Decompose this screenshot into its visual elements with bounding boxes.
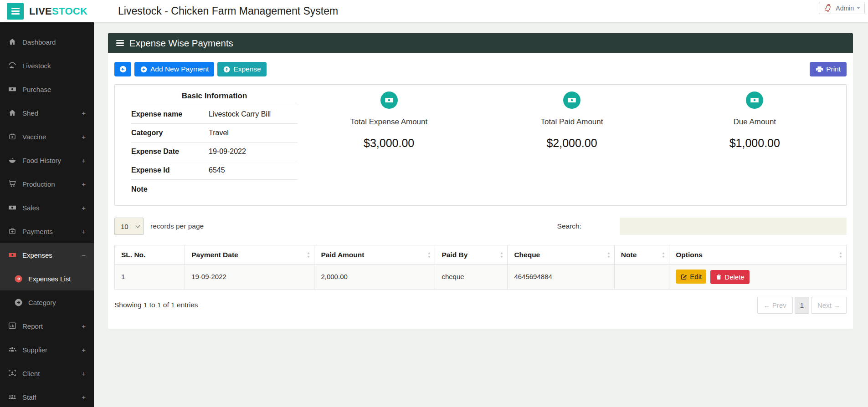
records-per-page-label: records per page bbox=[150, 222, 204, 230]
sidebar-item-livestock[interactable]: Livestock bbox=[0, 54, 94, 77]
panel-menu-icon bbox=[116, 40, 124, 46]
sidebar-item-supplier[interactable]: Supplier + bbox=[0, 338, 94, 361]
cell-note bbox=[614, 265, 669, 290]
column-header-options[interactable]: Options bbox=[669, 245, 847, 265]
column-header-paid-amount[interactable]: Paid Amount bbox=[314, 245, 435, 265]
edit-pencil-icon bbox=[680, 273, 688, 280]
total-paid-card: Total Paid Amount $2,000.00 bbox=[480, 92, 663, 205]
arrow-left-circle-icon bbox=[119, 65, 127, 73]
prev-page-button[interactable]: ← Prev bbox=[757, 297, 793, 314]
sidebar-item-client[interactable]: Client + bbox=[0, 361, 94, 385]
plus-circle-icon bbox=[140, 66, 148, 73]
column-header-paid-by[interactable]: Paid By bbox=[435, 245, 508, 265]
edit-button[interactable]: Edit bbox=[676, 270, 706, 284]
page-1-button[interactable]: 1 bbox=[795, 297, 809, 314]
print-button[interactable]: Print bbox=[810, 62, 847, 76]
total-expense-amount: $3,000.00 bbox=[298, 137, 480, 150]
column-header-payment-date[interactable]: Payment Date bbox=[185, 245, 314, 265]
next-page-button[interactable]: Next → bbox=[811, 297, 847, 314]
due-amount: $1,000.00 bbox=[663, 137, 846, 150]
brand-logo: LIVESTOCK bbox=[29, 5, 87, 17]
sort-icon bbox=[607, 251, 611, 258]
payments-table: SL. No. Payment Date Paid Amount Paid By… bbox=[114, 245, 847, 290]
sidebar-item-category[interactable]: Category bbox=[0, 290, 94, 314]
info-row-note: Note bbox=[131, 180, 298, 198]
menu-toggle-button[interactable] bbox=[7, 3, 24, 20]
arrow-up-circle-icon bbox=[223, 66, 231, 73]
column-header-sl-no[interactable]: SL. No. bbox=[115, 245, 185, 265]
medkit-icon bbox=[8, 132, 16, 141]
table-row: 1 19-09-2022 2,000.00 cheque 4645694884 … bbox=[115, 265, 847, 290]
app-title: Livestock - Chicken Farm Management Syst… bbox=[118, 5, 338, 17]
sidebar-item-production[interactable]: Production + bbox=[0, 172, 94, 196]
expense-button[interactable]: Expense bbox=[217, 62, 266, 76]
arrow-circle-icon bbox=[14, 298, 23, 307]
food-bowl-icon bbox=[8, 156, 16, 164]
sidebar-item-food-history[interactable]: Food History + bbox=[0, 148, 94, 172]
sidebar-item-staff[interactable]: Staff + bbox=[0, 385, 94, 407]
trash-icon bbox=[715, 274, 722, 280]
hens-icon bbox=[8, 61, 16, 70]
client-users-icon bbox=[8, 369, 16, 377]
summary-cards: Total Expense Amount $3,000.00 Total Pai… bbox=[298, 85, 846, 205]
table-controls: 10 records per page Search: bbox=[114, 218, 847, 235]
sort-icon bbox=[500, 251, 503, 258]
sidebar-item-sales[interactable]: Sales + bbox=[0, 196, 94, 219]
sidebar-item-purchase[interactable]: Purchase bbox=[0, 77, 94, 101]
sidebar-item-report[interactable]: Report + bbox=[0, 314, 94, 338]
caret-down-icon bbox=[857, 7, 860, 9]
basic-information-title: Basic Information bbox=[131, 88, 298, 105]
sidebar-item-payments[interactable]: Payments + bbox=[0, 219, 94, 243]
money-icon bbox=[563, 92, 580, 109]
add-new-payment-button[interactable]: Add New Payment bbox=[134, 62, 214, 76]
logo-zone: LIVESTOCK bbox=[0, 3, 94, 20]
info-row-expense-name: Expense name Livestock Carry Bill bbox=[131, 105, 298, 124]
table-footer: Showing 1 to 1 of 1 entries ← Prev 1 Nex… bbox=[114, 297, 847, 314]
panel-title: Expense Wise Payments bbox=[129, 38, 233, 49]
rooster-icon bbox=[823, 4, 833, 12]
sort-icon bbox=[662, 251, 665, 258]
entries-info: Showing 1 to 1 of 1 entries bbox=[114, 301, 198, 309]
column-header-cheque[interactable]: Cheque bbox=[508, 245, 614, 265]
search-label: Search: bbox=[557, 222, 581, 230]
info-row-expense-id: Expense Id 6545 bbox=[131, 161, 298, 180]
money-icon bbox=[380, 92, 398, 109]
sidebar-item-dashboard[interactable]: Dashboard bbox=[0, 30, 94, 54]
sidebar-item-expenses-list[interactable]: Expenses List bbox=[0, 267, 94, 290]
home-icon bbox=[8, 38, 16, 46]
sidebar-item-shed[interactable]: Shed + bbox=[0, 101, 94, 125]
admin-label: Admin bbox=[836, 5, 854, 12]
cell-options: Edit Delete bbox=[669, 265, 847, 290]
printer-icon bbox=[816, 66, 823, 73]
back-button[interactable] bbox=[114, 62, 131, 76]
money-icon bbox=[8, 251, 16, 259]
admin-dropdown[interactable]: Admin bbox=[819, 2, 865, 14]
info-row-expense-date: Expense Date 19-09-2022 bbox=[131, 142, 298, 161]
home-icon bbox=[8, 109, 16, 117]
delete-button[interactable]: Delete bbox=[710, 270, 749, 284]
sort-icon bbox=[839, 251, 842, 258]
cell-paid-by: cheque bbox=[435, 265, 508, 290]
panel-header: Expense Wise Payments bbox=[108, 33, 853, 53]
app-window: LIVESTOCK Livestock - Chicken Farm Manag… bbox=[0, 0, 868, 407]
topbar: LIVESTOCK Livestock - Chicken Farm Manag… bbox=[0, 0, 868, 22]
brand-live: LIVE bbox=[29, 5, 52, 17]
medkit-icon bbox=[8, 227, 16, 235]
cart-icon bbox=[8, 180, 16, 188]
sidebar-item-expenses[interactable]: Expenses − bbox=[0, 243, 94, 267]
arrow-circle-icon bbox=[14, 275, 23, 283]
sidebar: Dashboard Livestock Purchase Shed + Vacc… bbox=[0, 22, 94, 407]
expense-info-box: Basic Information Expense name Livestock… bbox=[114, 84, 847, 206]
basic-information: Basic Information Expense name Livestock… bbox=[115, 85, 298, 205]
money-icon bbox=[8, 204, 16, 212]
toolbar: Add New Payment Expense Print bbox=[114, 53, 847, 76]
users-icon bbox=[8, 346, 16, 354]
search-input[interactable] bbox=[620, 218, 847, 235]
sidebar-item-vaccine[interactable]: Vaccine + bbox=[0, 125, 94, 148]
main-content: Expense Wise Payments Add New Payment bbox=[94, 22, 868, 407]
staff-users-icon bbox=[8, 393, 16, 401]
column-header-note[interactable]: Note bbox=[614, 245, 669, 265]
money-icon bbox=[746, 92, 763, 109]
total-expense-card: Total Expense Amount $3,000.00 bbox=[298, 92, 480, 205]
records-per-page-select[interactable]: 10 bbox=[114, 218, 144, 235]
